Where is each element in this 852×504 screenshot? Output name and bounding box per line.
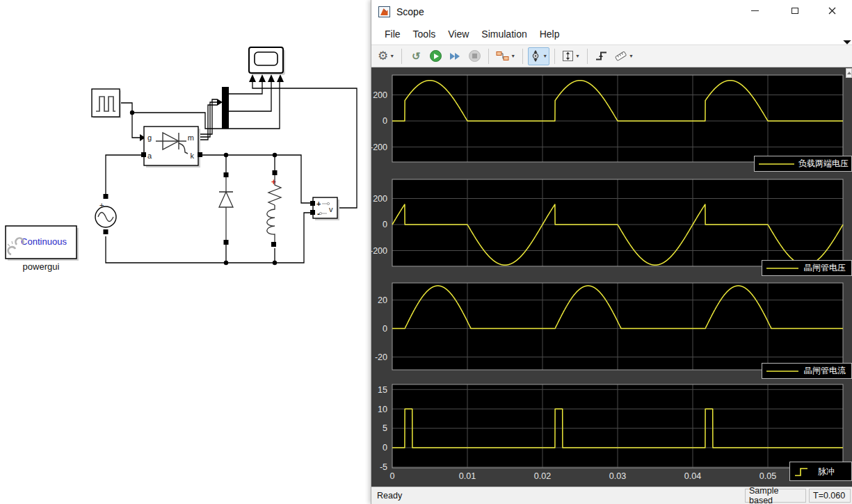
ac-voltage-source-block[interactable]: + bbox=[95, 194, 116, 234]
menu-help[interactable]: Help bbox=[533, 26, 566, 42]
powergui-label: powergui bbox=[23, 261, 60, 272]
legend-thyristor-current[interactable]: 晶闸管电流 bbox=[762, 363, 852, 379]
stop-button[interactable] bbox=[465, 47, 483, 65]
menu-simulation[interactable]: Simulation bbox=[475, 26, 533, 42]
chevron-down-icon: ▼ bbox=[575, 54, 580, 58]
toolbar-separator bbox=[488, 49, 489, 64]
y-tick-label: -20 bbox=[375, 352, 387, 362]
inductor-icon bbox=[267, 205, 275, 242]
port-label-a: a bbox=[147, 152, 152, 160]
powergui-block[interactable]: Continuous powergui bbox=[6, 226, 79, 272]
chevron-down-icon: ▼ bbox=[389, 54, 394, 58]
demux-block[interactable] bbox=[222, 87, 229, 129]
plot-thyristor-current[interactable]: 200-20 bbox=[375, 283, 843, 370]
plot-gate-pulse[interactable]: 151050-500.010.020.030.040.05 bbox=[378, 384, 843, 481]
trigger-button[interactable] bbox=[593, 47, 611, 65]
minimize-icon bbox=[751, 10, 759, 11]
legend-thyristor-voltage[interactable]: 晶闸管电压 bbox=[762, 260, 852, 276]
toolbar: ⚙ ▼ ↺ bbox=[371, 44, 852, 67]
legend-stair-icon bbox=[793, 464, 814, 479]
settings-button[interactable]: ⚙ ▼ bbox=[376, 47, 396, 65]
scrollbar-up-button[interactable] bbox=[846, 68, 852, 78]
rlc-top-port[interactable] bbox=[273, 170, 278, 175]
signal-wires[interactable] bbox=[106, 82, 357, 263]
y-tick-label: 0 bbox=[383, 220, 387, 229]
simulink-model-canvas[interactable]: g a m k bbox=[0, 0, 371, 504]
y-tick-label: 0 bbox=[383, 324, 387, 334]
vm-v-label: v bbox=[329, 205, 333, 213]
model-diagram: g a m k bbox=[0, 0, 371, 504]
span-axes-icon bbox=[562, 50, 574, 62]
menubar: File Tools View Simulation Help bbox=[371, 23, 852, 44]
zoom-tools-button[interactable]: ▼ bbox=[528, 47, 549, 65]
scope-window: Scope File Tools View Simulation Help ⚙ … bbox=[371, 0, 852, 504]
close-button[interactable] bbox=[817, 0, 848, 21]
rlc-bottom-port[interactable] bbox=[271, 242, 276, 247]
toolbar-separator bbox=[522, 49, 523, 64]
resistor-icon bbox=[268, 175, 281, 205]
wire-junctions bbox=[130, 99, 277, 265]
legend-pulse[interactable]: 脉冲 bbox=[789, 462, 852, 481]
scope-canvas: 2000-2002000-200200-20151050-500.010.020… bbox=[371, 67, 852, 487]
x-tick-label: 0.04 bbox=[684, 471, 701, 481]
powergui-mode-text: Continuous bbox=[21, 236, 67, 247]
desktop: g a m k bbox=[0, 0, 852, 504]
diode-bottom-port[interactable] bbox=[224, 240, 229, 245]
maximize-button[interactable] bbox=[779, 0, 810, 21]
menu-view[interactable]: View bbox=[442, 26, 475, 42]
settings-gear-icon: ⚙ bbox=[378, 50, 388, 62]
toolbar-separator bbox=[554, 49, 555, 64]
highlight-block-button[interactable]: ▼ bbox=[494, 47, 517, 65]
scope-plots[interactable]: 2000-2002000-200200-20151050-500.010.020… bbox=[371, 67, 852, 487]
source-minus-port[interactable] bbox=[104, 229, 108, 234]
zoom-crosshair-icon bbox=[530, 50, 541, 62]
toolbar-separator bbox=[587, 49, 588, 64]
series-rlc-branch-block[interactable]: + bbox=[267, 170, 281, 247]
scope-block[interactable] bbox=[249, 47, 285, 82]
step-forward-button[interactable] bbox=[446, 47, 464, 65]
cathode-port[interactable] bbox=[198, 152, 202, 157]
y-tick-label: 5 bbox=[383, 423, 387, 433]
span-axes-button[interactable]: ▼ bbox=[560, 47, 582, 65]
vm-minus-port[interactable] bbox=[310, 210, 315, 215]
y-tick-label: 10 bbox=[378, 405, 387, 414]
vm-plus-port[interactable] bbox=[310, 201, 315, 206]
legend-label: 晶闸管电压 bbox=[804, 262, 846, 274]
menu-file[interactable]: File bbox=[378, 26, 407, 42]
sample-mode-indicator: Sample based bbox=[745, 489, 806, 503]
port-label-m: m bbox=[188, 133, 194, 142]
anode-port[interactable] bbox=[141, 152, 146, 157]
dock-arrow-icon[interactable] bbox=[843, 36, 851, 44]
thyristor-block[interactable]: g a m k bbox=[141, 127, 202, 168]
run-button[interactable] bbox=[426, 47, 444, 65]
step-back-icon: ↺ bbox=[412, 51, 421, 61]
plot-load-voltage[interactable]: 2000-200 bbox=[371, 75, 843, 162]
measurements-ruler-icon bbox=[614, 50, 627, 62]
trigger-icon bbox=[595, 51, 608, 61]
titlebar[interactable]: Scope bbox=[371, 0, 852, 23]
menu-tools[interactable]: Tools bbox=[407, 26, 442, 42]
step-back-button[interactable]: ↺ bbox=[407, 47, 425, 65]
diode-top-port[interactable] bbox=[224, 172, 229, 177]
legend-line-icon bbox=[757, 161, 794, 168]
matlab-scope-icon bbox=[378, 6, 390, 17]
y-tick-label: 0 bbox=[383, 443, 387, 453]
scope-screen-icon bbox=[255, 52, 278, 65]
measurements-button[interactable]: ▼ bbox=[612, 47, 636, 65]
plot-thyristor-voltage[interactable]: 2000-200 bbox=[371, 179, 843, 266]
scope-input-ports bbox=[249, 74, 284, 82]
source-plus-port[interactable] bbox=[104, 194, 108, 199]
diode-block[interactable] bbox=[219, 172, 233, 245]
voltage-measurement-block[interactable]: + - v bbox=[310, 197, 339, 220]
y-tick-label: -200 bbox=[371, 246, 387, 256]
x-tick-label: 0.05 bbox=[759, 471, 776, 481]
minimize-button[interactable] bbox=[739, 0, 771, 21]
toolbar-separator bbox=[401, 49, 402, 64]
y-tick-label: 15 bbox=[378, 385, 387, 395]
stop-icon bbox=[469, 50, 481, 62]
pulse-generator-block[interactable] bbox=[92, 89, 121, 118]
legend-load-voltage[interactable]: 负载两端电压 bbox=[754, 156, 852, 172]
y-tick-label: 20 bbox=[378, 295, 387, 305]
legend-label: 脉冲 bbox=[818, 466, 835, 478]
sim-time-indicator: T=0.060 bbox=[809, 489, 851, 503]
